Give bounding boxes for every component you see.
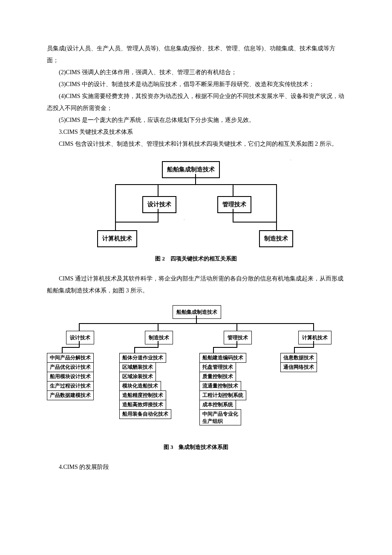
section-heading: 3.CIMS 关键技术及技术体系	[47, 126, 345, 138]
text: 中间产品专业化	[202, 411, 238, 417]
paragraph: (5)CIMS 是一个庞大的生产系统，应该在总体规划下分步实施，逐步见效。	[47, 114, 345, 126]
diagram1-bot-right: 制造技术	[259, 230, 293, 247]
diagram2-c3-item: 船舶建造编码技术	[199, 353, 246, 363]
diagram2-c3-item: 流通量控制技术	[199, 381, 241, 391]
figure-2-caption: 图 2 四项关键技术的相互关系图	[47, 253, 345, 264]
diagram1-bot-left: 计算机技术	[97, 230, 137, 247]
section-heading: 4.CIMS 的发展阶段	[47, 461, 345, 473]
paragraph: (4)CIMS 实施需要经费支持，其投资亦为动态投入，根据不同企业的不同技术发展…	[47, 90, 345, 114]
paragraph: CIMS 通过计算机技术及其软件科学，将企业内部生产活动所需的各自分散的信息有机…	[47, 273, 345, 297]
diagram2-c1-item: 产品数据建模技术	[47, 390, 94, 400]
diagram2-c3-item: 工程计划控制系统	[199, 390, 246, 400]
diagram2-c4-item: 信息数据技术	[280, 353, 317, 363]
diagram2-c1-item: 产品优化设计技术	[47, 362, 94, 372]
diagram2-c2-item: 区域涂装技术	[119, 372, 156, 382]
diagram2-c2-item: 区域舾装技术	[119, 362, 156, 372]
diagram1-mid-right: 管理技术	[217, 196, 251, 213]
diagram2-cat1: 设计技术	[66, 331, 94, 344]
figure-3: 船舶集成制造技术 设计技术 制造技术 管理技术 计算机技术 中间产品分解技术 产…	[47, 305, 345, 453]
diagram2-c2-item: 船用装备自动化技术	[119, 409, 171, 419]
diagram2-c2-item: 模块化造船技术	[119, 381, 161, 391]
paragraph: (2)CIMS 强调人的主体作用，强调入、技术、管理三者的有机结合；	[47, 66, 345, 78]
diagram2-c2-item: 船体分道作业技术	[119, 353, 166, 363]
diagram2-c3-item: 成本控制系统	[199, 400, 236, 410]
diagram2-cat3: 管理技术	[224, 331, 252, 344]
figure-2: 、 船舶集成制造技术 设计技术 管理技术 计算机技术 制造技术 、 图 2 四项…	[47, 159, 345, 264]
diagram2-cat4: 计算机技术	[298, 331, 331, 344]
paragraph: CIMS 包含设计技术、制造技术、管理技术和计算机技术四项关键技术，它们之间的相…	[47, 138, 345, 150]
diagram2-c3-item: 中间产品专业化 生产组织	[199, 409, 241, 425]
diagram2-c1-item: 生产过程设计技术	[47, 381, 94, 391]
diagram2-c4-item: 通信网络技术	[280, 362, 317, 372]
diagram2-c1-item: 船用模块设计技术	[47, 372, 94, 382]
diagram2-c1-item: 中间产品分解技术	[47, 353, 94, 363]
diagram2-cat2: 制造技术	[145, 331, 173, 344]
diagram2-c3-item: 托盘管理技术	[199, 362, 236, 372]
paragraph: (3)CIMS 中的设计、制造技术是动态响应技术，倡导不断采用新手段研究、改造和…	[47, 78, 345, 90]
paragraph: 员集成(设计人员、生产人员、管理人员等)、信息集成(报价、技术、管理、信息等)、…	[47, 43, 345, 66]
diagram1-root: 船舶集成制造技术	[162, 161, 220, 178]
diagram2-root: 船舶集成制造技术	[173, 305, 221, 319]
text: 生产组织	[202, 418, 223, 424]
diagram2-c3-item: 质量控制技术	[199, 372, 236, 382]
diagram2-c2-item: 造船精度控制技术	[119, 390, 166, 400]
diagram1-mid-left: 设计技术	[142, 196, 176, 213]
diagram2-c2-item: 造船高效焊接技术	[119, 400, 166, 410]
